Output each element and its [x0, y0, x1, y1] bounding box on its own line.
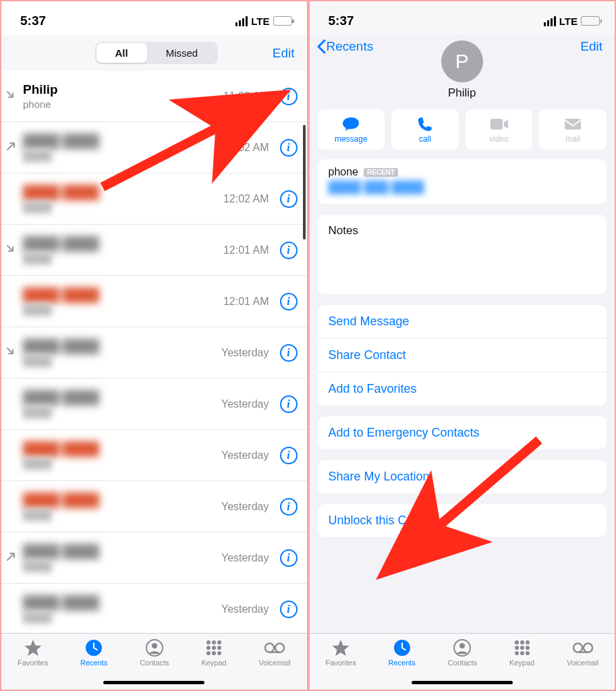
notes-section[interactable]: Notes	[318, 215, 607, 294]
tab-label: Voicemail	[567, 659, 598, 667]
call-name: ████ ████	[23, 287, 217, 302]
action-label: call	[419, 134, 431, 144]
clock-icon	[392, 639, 412, 657]
tab-favorites[interactable]: Favorites	[325, 639, 356, 667]
share-location-row[interactable]: Share My Location	[318, 460, 607, 493]
status-bar: 5:37 LTE	[310, 1, 615, 35]
call-sub: phone	[23, 99, 217, 110]
back-label: Recents	[327, 39, 374, 54]
incoming-icon	[5, 244, 16, 257]
tab-recents[interactable]: Recents	[388, 639, 415, 667]
tab-contacts[interactable]: Contacts	[140, 639, 169, 667]
add-favorites-row[interactable]: Add to Favorites	[318, 372, 607, 406]
message-icon	[342, 116, 360, 132]
call-row[interactable]: ████ ████████Yesterdayi	[1, 327, 307, 379]
call-name: ████ ████	[23, 185, 217, 200]
svg-point-7	[206, 646, 211, 650]
star-icon	[23, 639, 43, 657]
unblock-caller-row[interactable]: Unblock this Caller	[318, 504, 607, 537]
svg-point-26	[520, 646, 524, 650]
recent-badge: RECENT	[364, 168, 398, 177]
call-row[interactable]: ████ ████████12:01 AMi	[1, 225, 307, 276]
call-row[interactable]: ████ ████████Yesterdayi	[1, 430, 307, 481]
info-icon[interactable]: i	[280, 293, 298, 310]
home-indicator[interactable]	[103, 681, 204, 685]
call-row[interactable]: ████ ████████12:02 AMi	[1, 122, 307, 173]
outgoing-icon	[5, 141, 16, 155]
segment-all[interactable]: All	[96, 43, 147, 63]
phone-type-label: phone	[329, 166, 359, 178]
phone-icon	[418, 116, 432, 132]
call-time: 12:02 AM	[223, 142, 269, 154]
tab-label: Contacts	[140, 659, 169, 667]
actions-section-4: Unblock this Caller	[318, 504, 607, 537]
avatar-initial: P	[455, 50, 469, 73]
add-emergency-row[interactable]: Add to Emergency Contacts	[318, 416, 607, 449]
info-icon[interactable]: i	[280, 344, 298, 362]
tab-label: Voicemail	[259, 659, 291, 667]
svg-point-11	[212, 651, 216, 655]
status-time: 5:37	[20, 13, 46, 28]
svg-point-22	[515, 640, 519, 644]
info-icon[interactable]: i	[280, 139, 298, 157]
tab-recents[interactable]: Recents	[80, 639, 107, 667]
tab-label: Keypad	[509, 659, 534, 667]
notes-field[interactable]	[318, 247, 607, 294]
action-mail: mail	[539, 109, 607, 150]
chevron-left-icon	[316, 39, 326, 54]
call-row[interactable]: ████ ████████Yesterdayi	[1, 532, 307, 584]
info-icon[interactable]: i	[280, 447, 298, 464]
call-time: Yesterday	[221, 501, 269, 513]
back-button[interactable]: Recents	[316, 39, 374, 54]
call-list[interactable]: Philip phone 11:03 AM i ████ ████████12:…	[1, 71, 307, 633]
phone-number[interactable]: ████ ███ ████	[329, 181, 596, 194]
contact-header: Recents Edit P Philip	[310, 35, 615, 109]
edit-button[interactable]: Edit	[580, 39, 603, 54]
tab-contacts[interactable]: Contacts	[448, 639, 477, 667]
action-message[interactable]: message	[318, 109, 385, 150]
svg-point-5	[212, 640, 216, 644]
info-icon[interactable]: i	[280, 242, 298, 259]
info-icon[interactable]: i	[280, 88, 298, 105]
tab-favorites[interactable]: Favorites	[18, 639, 48, 667]
scrollbar-thumb[interactable]	[303, 125, 306, 240]
info-icon[interactable]: i	[280, 549, 298, 567]
action-row: message call video mail	[310, 109, 615, 159]
svg-point-12	[217, 651, 221, 655]
svg-point-10	[206, 651, 211, 655]
svg-point-29	[520, 651, 524, 655]
svg-point-14	[275, 643, 284, 652]
call-row[interactable]: ████ ████████Yesterdayi	[1, 584, 307, 633]
edit-button[interactable]: Edit	[273, 46, 295, 61]
segment-missed[interactable]: Missed	[147, 43, 217, 63]
call-row[interactable]: ████ ████████Yesterdayi	[1, 379, 307, 430]
call-row[interactable]: ████ ████████12:01 AMi	[1, 276, 307, 327]
call-row[interactable]: ████ ████████12:02 AMi	[1, 173, 307, 225]
phone-section: phone RECENT ████ ███ ████	[318, 159, 607, 204]
tab-keypad[interactable]: Keypad	[201, 639, 226, 667]
info-icon[interactable]: i	[280, 395, 298, 413]
video-icon	[490, 116, 509, 132]
tab-keypad[interactable]: Keypad	[509, 639, 534, 667]
tab-voicemail[interactable]: Voicemail	[567, 639, 598, 667]
svg-point-27	[526, 646, 530, 650]
incoming-icon	[5, 90, 16, 103]
info-icon[interactable]: i	[280, 601, 298, 618]
call-sub: ████	[23, 611, 215, 623]
call-name: ████ ████	[23, 236, 217, 251]
call-sub: ████	[23, 201, 217, 213]
action-call[interactable]: call	[391, 109, 459, 150]
tab-voicemail[interactable]: Voicemail	[259, 639, 291, 667]
info-icon[interactable]: i	[280, 498, 298, 516]
call-name: Philip	[23, 82, 217, 97]
home-indicator[interactable]	[412, 681, 513, 685]
call-row[interactable]: ████ ████████Yesterdayi	[1, 481, 307, 532]
svg-line-18	[397, 440, 539, 561]
call-row-philip[interactable]: Philip phone 11:03 AM i	[1, 71, 307, 122]
share-contact-row[interactable]: Share Contact	[318, 338, 607, 372]
send-message-row[interactable]: Send Message	[318, 305, 607, 338]
call-time: Yesterday	[221, 398, 269, 410]
info-icon[interactable]: i	[280, 190, 298, 208]
call-sub: ████	[23, 458, 215, 469]
status-right: LTE	[235, 16, 291, 27]
